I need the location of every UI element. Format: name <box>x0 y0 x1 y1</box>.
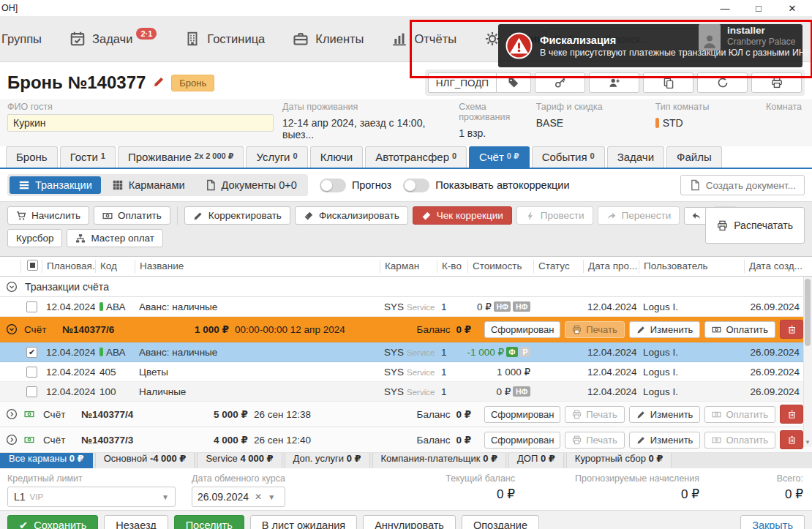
user-menu[interactable]: installer Cranberry Palace <box>699 24 795 50</box>
close-window-button[interactable]: ✕ <box>775 3 809 14</box>
print-account-button[interactable]: Распечатать <box>705 207 805 244</box>
tab-guests[interactable]: Гости1 <box>60 146 116 168</box>
resort-fee-button[interactable]: Курсбор <box>7 229 62 247</box>
tab-events[interactable]: События0 <box>532 146 605 168</box>
history-button[interactable] <box>697 72 748 93</box>
table-row-selected[interactable]: ✔ 12.04.2024 АВА Аванс: наличные SYSServ… <box>0 342 812 362</box>
print-check-button[interactable]: Печать <box>565 406 625 423</box>
column-user[interactable]: Пользователь <box>639 260 744 273</box>
tab-transfer[interactable]: Автотрансфер0 <box>365 146 467 168</box>
delete-account-button[interactable] <box>780 430 803 449</box>
print-booking-button[interactable] <box>751 72 802 93</box>
pay-account-button[interactable]: Оплатить <box>704 432 775 449</box>
cell-name: Наличные <box>135 386 380 397</box>
check-icon: ✔ <box>19 519 28 529</box>
collapse-icon[interactable] <box>6 323 18 335</box>
add-guest-button[interactable] <box>589 72 639 93</box>
payment-master-button[interactable]: Мастер оплат <box>67 229 163 247</box>
move-button[interactable]: Перенести <box>598 206 680 225</box>
correction-check-button[interactable]: Чек коррекции <box>413 206 512 225</box>
table-row[interactable]: 12.04.2024 АВА Аванс: наличные SYSServic… <box>0 297 812 317</box>
expand-icon[interactable] <box>6 408 18 420</box>
late-button[interactable]: Опоздание <box>462 515 539 529</box>
clear-date-icon[interactable]: ✕ <box>255 492 262 502</box>
tab-tasks[interactable]: Задачи <box>607 146 664 168</box>
edit-account-button[interactable]: Изменить <box>629 321 701 338</box>
table-row[interactable]: 12.04.2024 100 Наличные SYSService 1 0 ₽… <box>0 382 812 402</box>
menu-reports[interactable]: Отчёты <box>391 31 456 47</box>
pay-button[interactable]: Оплатить <box>94 206 170 225</box>
edit-account-button[interactable]: Изменить <box>629 406 701 423</box>
cell-created: 26.09.2024 <box>744 301 804 312</box>
tab-booking[interactable]: Бронь <box>6 146 58 168</box>
column-cost[interactable]: Стоимость <box>467 260 533 273</box>
delete-account-button[interactable] <box>780 320 803 339</box>
wait-list-button[interactable]: В лист ожидания <box>250 515 357 529</box>
column-op-date[interactable]: Дата про... <box>583 260 639 273</box>
guest-name-input[interactable] <box>7 114 274 132</box>
check-in-button[interactable]: Поселить <box>174 515 244 529</box>
row-checkbox[interactable] <box>26 301 37 312</box>
column-created[interactable]: Дата созд... <box>744 260 804 273</box>
forecast-toggle[interactable] <box>320 179 346 192</box>
post-button[interactable]: Провести <box>516 206 593 225</box>
save-button[interactable]: ✔Сохранить <box>7 515 98 529</box>
account-row[interactable]: Счёт №140377/4 5 000 ₽ 26 сен 12:38 Бала… <box>0 402 812 427</box>
row-checkbox[interactable] <box>26 367 37 378</box>
tag-icon-button[interactable] <box>496 72 531 93</box>
print-check-button[interactable]: Печать <box>565 321 625 338</box>
tab-files[interactable]: Файлы <box>666 146 722 168</box>
group-row-account-transactions[interactable]: Транзакции счёта <box>0 277 812 297</box>
keys-button[interactable] <box>535 72 585 93</box>
vertical-scrollbar[interactable]: ▼ <box>803 277 812 447</box>
tab-stay[interactable]: Проживание2x 2 000 ₽ <box>118 146 244 168</box>
row-checkbox-checked[interactable]: ✔ <box>26 347 37 358</box>
row-checkbox[interactable] <box>26 386 37 397</box>
printer-icon <box>717 220 728 231</box>
tab-services[interactable]: Услуги0 <box>246 146 307 168</box>
table-row[interactable]: 12.04.2024 405 Цветы SYSService 1 1 000 … <box>0 362 812 382</box>
menu-hotel[interactable]: Гостиница <box>184 31 265 47</box>
delete-account-button[interactable] <box>780 405 803 424</box>
edit-account-button[interactable]: Изменить <box>629 432 701 449</box>
edit-title-button[interactable] <box>153 75 165 90</box>
view-transactions-button[interactable]: Транзакции <box>10 176 101 194</box>
tab-keys[interactable]: Ключи <box>310 146 364 168</box>
create-document-button[interactable]: Создать документ... <box>680 175 805 195</box>
autocorrections-toggle[interactable] <box>403 179 429 192</box>
no-show-button[interactable]: Незаезд <box>104 515 168 529</box>
fiscalize-button[interactable]: Фискализировать <box>295 206 408 225</box>
column-qty[interactable]: К-во <box>437 260 467 273</box>
copy-booking-button[interactable] <box>643 72 693 93</box>
charge-button[interactable]: Начислить <box>7 206 89 225</box>
credit-limit-select[interactable]: L1 VIP ▼ <box>7 487 176 507</box>
column-status[interactable]: Статус <box>533 260 583 273</box>
view-documents-button[interactable]: Документы 0+0 <box>196 176 306 194</box>
select-all-checkbox[interactable] <box>27 260 38 271</box>
view-pockets-button[interactable]: Карманами <box>103 176 194 194</box>
close-button[interactable]: Закрыть <box>740 515 805 529</box>
column-name[interactable]: Название <box>135 260 380 273</box>
scrollbar-down-arrow[interactable]: ▼ <box>804 439 811 446</box>
account-row-selected[interactable]: Счёт №140377/6 1 000 ₽ 00:00-00:00 12 ап… <box>0 317 812 342</box>
column-planned-date[interactable]: Плановая... <box>42 260 95 273</box>
booking-tag[interactable]: НЛГ_ПОДП <box>428 72 531 93</box>
annul-button[interactable]: Аннулировать <box>363 515 456 529</box>
tab-account[interactable]: Счёт0 ₽ <box>469 146 530 168</box>
exchange-date-input[interactable]: 26.09.2024 ✕ ▼ <box>192 487 285 507</box>
account-row[interactable]: Счёт №140377/3 4 000 ₽ 26 сен 12:40 Бала… <box>0 427 812 453</box>
pay-account-button[interactable]: Оплатить <box>704 321 775 338</box>
menu-groups[interactable]: Группы <box>1 32 42 46</box>
correct-button[interactable]: Корректировать <box>184 206 290 225</box>
menu-clients[interactable]: Клиенты <box>293 31 364 47</box>
menu-tasks[interactable]: Задачи 2·1 <box>69 31 157 47</box>
collapse-icon[interactable] <box>6 281 18 293</box>
scrollbar-thumb[interactable] <box>805 279 811 346</box>
minimize-button[interactable]: — <box>708 3 742 14</box>
print-check-button[interactable]: Печать <box>565 432 625 449</box>
column-pocket[interactable]: Карман <box>380 260 437 273</box>
pay-account-button[interactable]: Оплатить <box>704 406 775 423</box>
column-code[interactable]: Код <box>95 260 135 273</box>
maximize-button[interactable]: □ <box>742 3 775 14</box>
expand-icon[interactable] <box>6 434 18 446</box>
